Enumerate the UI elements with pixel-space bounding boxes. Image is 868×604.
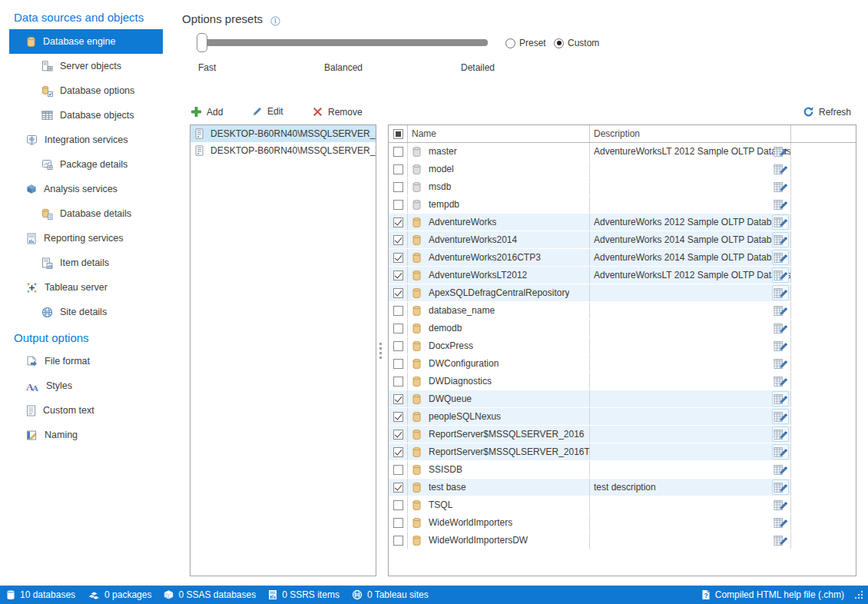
- sidebar-item-styles[interactable]: AAStyles: [9, 373, 163, 398]
- info-icon[interactable]: [270, 16, 280, 26]
- edit-description-button[interactable]: [772, 533, 789, 548]
- radio-preset-circle[interactable]: [505, 38, 515, 48]
- table-row[interactable]: ReportServer$MSSQLSERVER_2016: [389, 426, 856, 443]
- edit-description-button[interactable]: [772, 285, 789, 300]
- server-list-item[interactable]: DESKTOP-B60RN40\MSSQLSERVER_2016-1: [190, 142, 376, 159]
- table-row[interactable]: database_name: [389, 302, 856, 320]
- edit-description-button[interactable]: [772, 497, 789, 513]
- remove-button[interactable]: Remove: [309, 105, 366, 119]
- sidebar-item-custom-text[interactable]: Custom text: [9, 398, 163, 423]
- row-checkbox[interactable]: [393, 270, 403, 280]
- add-button[interactable]: Add: [187, 105, 226, 119]
- table-row[interactable]: WideWorldImportersDW: [389, 532, 856, 549]
- sidebar-item-database-details[interactable]: Database details: [9, 201, 163, 226]
- table-row[interactable]: model: [389, 161, 856, 178]
- edit-description-button[interactable]: [772, 373, 789, 389]
- edit-description-button[interactable]: [772, 444, 789, 460]
- row-checkbox[interactable]: [393, 447, 403, 457]
- row-checkbox[interactable]: [393, 518, 403, 528]
- sidebar-item-tableau-server[interactable]: Tableau server: [9, 275, 163, 300]
- row-checkbox[interactable]: [393, 288, 403, 298]
- table-row[interactable]: DWDiagnostics: [389, 373, 856, 390]
- edit-button[interactable]: Edit: [249, 105, 287, 118]
- row-checkbox[interactable]: [393, 147, 403, 157]
- row-checkbox[interactable]: [393, 324, 403, 334]
- edit-description-button[interactable]: [772, 356, 789, 371]
- row-checkbox[interactable]: [393, 359, 403, 369]
- table-row[interactable]: DocxPress: [389, 337, 856, 355]
- row-checkbox[interactable]: [393, 200, 403, 210]
- edit-description-button[interactable]: [772, 267, 789, 283]
- table-row[interactable]: DWConfiguration: [389, 355, 856, 373]
- sidebar-item-file-format[interactable]: File format: [9, 349, 163, 373]
- row-checkbox[interactable]: [393, 500, 403, 510]
- edit-description-button[interactable]: [772, 144, 789, 159]
- table-row[interactable]: peopleSQLNexus: [389, 408, 856, 426]
- sidebar-item-package-details[interactable]: Package details: [9, 152, 163, 177]
- edit-description-button[interactable]: [772, 391, 789, 407]
- preset-slider-handle[interactable]: [197, 33, 207, 52]
- edit-description-button[interactable]: [772, 161, 789, 177]
- row-checkbox[interactable]: [393, 306, 403, 316]
- edit-description-button[interactable]: [772, 480, 789, 495]
- select-all-checkbox[interactable]: [393, 129, 403, 139]
- edit-description-button[interactable]: [772, 179, 789, 194]
- table-row[interactable]: AdventureWorks2016CTP3AdventureWorks 201…: [389, 249, 856, 267]
- column-header-name[interactable]: Name: [408, 125, 590, 142]
- sidebar-item-server-objects[interactable]: Server objects: [9, 54, 163, 78]
- sidebar-item-integration-services[interactable]: Integration services: [9, 128, 163, 152]
- splitter-grip[interactable]: [379, 343, 383, 360]
- sidebar-item-site-details[interactable]: Site details: [9, 300, 163, 324]
- table-row[interactable]: ReportServer$MSSQLSERVER_2016TempDB: [389, 443, 856, 461]
- radio-custom[interactable]: Custom: [554, 38, 599, 48]
- edit-description-button[interactable]: [772, 426, 789, 442]
- row-checkbox[interactable]: [393, 483, 403, 493]
- table-row[interactable]: demodb: [389, 320, 856, 337]
- row-checkbox[interactable]: [393, 164, 403, 174]
- row-checkbox[interactable]: [393, 235, 403, 245]
- row-checkbox[interactable]: [393, 394, 403, 404]
- edit-description-button[interactable]: [772, 515, 789, 530]
- row-checkbox[interactable]: [393, 412, 403, 422]
- edit-description-button[interactable]: [772, 338, 789, 353]
- column-header-description[interactable]: Description: [590, 125, 791, 142]
- row-checkbox[interactable]: [393, 377, 403, 387]
- table-row[interactable]: DWQueue: [389, 390, 856, 408]
- preset-slider-track[interactable]: [201, 39, 488, 46]
- row-checkbox[interactable]: [393, 430, 403, 440]
- table-row[interactable]: AdventureWorksLT2012AdventureWorksLT 201…: [389, 267, 856, 284]
- table-row[interactable]: WideWorldImporters: [389, 514, 856, 532]
- table-row[interactable]: SSISDB: [389, 461, 856, 479]
- table-row[interactable]: msdb: [389, 178, 856, 196]
- table-row[interactable]: AdventureWorksAdventureWorks 2012 Sample…: [389, 214, 856, 231]
- radio-custom-circle[interactable]: [554, 38, 564, 48]
- row-checkbox[interactable]: [393, 253, 403, 263]
- sidebar-item-analysis-services[interactable]: Analysis services: [9, 177, 163, 201]
- edit-description-button[interactable]: [772, 232, 789, 247]
- sidebar-item-database-options[interactable]: Database options: [9, 78, 163, 103]
- edit-description-button[interactable]: [772, 250, 789, 265]
- output-format-label[interactable]: Compiled HTML help file (.chm): [715, 589, 844, 600]
- edit-description-button[interactable]: [772, 462, 789, 477]
- server-list-item[interactable]: DESKTOP-B60RN40\MSSQLSERVER_2016: [190, 125, 376, 142]
- radio-preset[interactable]: Preset: [505, 38, 546, 48]
- row-checkbox[interactable]: [393, 341, 403, 351]
- table-row[interactable]: AdventureWorks2014AdventureWorks 2014 Sa…: [389, 231, 856, 249]
- edit-description-button[interactable]: [772, 303, 789, 318]
- row-checkbox[interactable]: [393, 536, 403, 546]
- resize-grip[interactable]: [855, 591, 863, 599]
- refresh-button[interactable]: Refresh: [800, 105, 854, 119]
- sidebar-item-naming[interactable]: Naming: [9, 423, 163, 447]
- table-row[interactable]: masterAdventureWorksLT 2012 Sample OLTP …: [389, 143, 856, 161]
- row-checkbox[interactable]: [393, 182, 403, 192]
- row-checkbox[interactable]: [393, 217, 403, 227]
- edit-description-button[interactable]: [772, 320, 789, 336]
- edit-description-button[interactable]: [772, 409, 789, 424]
- sidebar-item-reporting-services[interactable]: Reporting services: [9, 226, 163, 251]
- sidebar-item-database-objects[interactable]: Database objects: [9, 103, 163, 128]
- edit-description-button[interactable]: [772, 197, 789, 212]
- table-row[interactable]: test basetest description: [389, 479, 856, 496]
- table-row[interactable]: TSQL: [389, 496, 856, 514]
- table-row[interactable]: tempdb: [389, 196, 856, 214]
- sidebar-item-database-engine[interactable]: Database engine: [9, 29, 163, 54]
